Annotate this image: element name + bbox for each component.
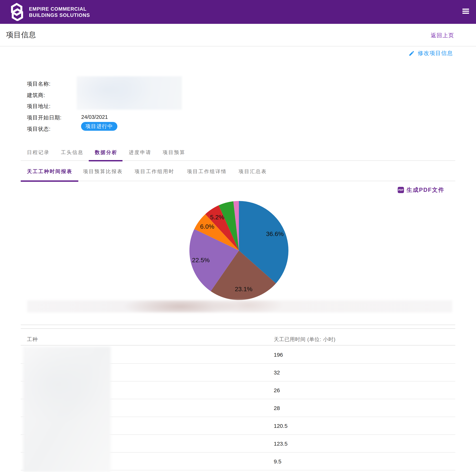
hours-cell: 120.5 — [274, 423, 288, 429]
tab-data-analysis[interactable]: 数据分析 — [95, 149, 118, 156]
hours-cell: 9.5 — [274, 458, 281, 465]
sub-tab-bar: 天工工种时间报表 项目预算比报表 项目工作组用时 项目工作组详情 项目汇总表 — [0, 161, 476, 182]
start-date-value: 24/03/2021 — [81, 114, 108, 120]
hours-cell: 32 — [274, 370, 280, 376]
hours-cell: 196 — [274, 352, 283, 358]
generate-pdf-button[interactable]: PDF 生成PDF文件 — [398, 186, 444, 194]
generate-pdf-label: 生成PDF文件 — [407, 186, 444, 194]
back-link[interactable]: 返回上页 — [431, 32, 454, 39]
pdf-file-icon: PDF — [398, 187, 404, 193]
subtab-project-summary[interactable]: 项目汇总表 — [238, 168, 267, 175]
hours-cell: 28 — [274, 405, 280, 411]
pie-percentage-label: 22.5% — [192, 256, 210, 264]
edit-project-link[interactable]: 修改项目信息 — [408, 50, 453, 57]
column-header-trade: 工种 — [27, 336, 38, 343]
subtab-workgroup-details[interactable]: 项目工作组详情 — [187, 168, 227, 175]
project-details: 项目名称: 建筑商: 项目地址: 项目开始日期: 项目状态: 24/03/202… — [0, 77, 476, 137]
pie-percentage-label: 5.2% — [210, 214, 224, 220]
subtab-budget-ratio-report[interactable]: 项目预算比报表 — [83, 168, 123, 175]
edit-project-label: 修改项目信息 — [418, 50, 453, 57]
label-project-name: 项目名称: — [27, 80, 51, 88]
divider-line — [21, 328, 455, 329]
page-title-bar: 项目信息 返回上页 — [0, 24, 476, 46]
subtab-divider — [21, 181, 455, 181]
divider-line — [21, 325, 455, 325]
main-tab-bar: 日程记录 工头信息 数据分析 进度申请 项目预算 — [0, 146, 476, 161]
pencil-icon — [408, 50, 415, 56]
label-builder: 建筑商: — [27, 92, 45, 99]
subtab-daily-trade-hours-report[interactable]: 天工工种时间报表 — [27, 168, 72, 175]
column-header-hours: 天工已用时间 (单位: 小时) — [274, 336, 336, 343]
pie-percentage-label: 6.0% — [200, 223, 214, 230]
redacted-trade-names-column — [23, 347, 111, 472]
app-header: EMPIRE COMMERCIAL BUILDINGS SOLUTIONS — [0, 0, 476, 24]
tab-foreman-info[interactable]: 工头信息 — [61, 149, 84, 156]
table-header-divider — [21, 345, 455, 345]
label-address: 项目地址: — [27, 103, 51, 110]
label-status: 项目状态: — [27, 125, 51, 133]
tab-progress-claim[interactable]: 进度申请 — [129, 149, 152, 156]
brand-name: EMPIRE COMMERCIAL BUILDINGS SOLUTIONS — [29, 6, 90, 18]
hours-cell: 123.5 — [274, 441, 288, 447]
tab-schedule-log[interactable]: 日程记录 — [27, 149, 50, 156]
active-subtab-underline — [21, 180, 78, 182]
redacted-project-values — [77, 76, 182, 110]
table-header-row: 工种 天工已用时间 (单位: 小时) — [0, 333, 476, 345]
brand-logo-icon — [8, 3, 26, 21]
page-root: EMPIRE COMMERCIAL BUILDINGS SOLUTIONS 项目… — [0, 0, 476, 472]
hours-cell: 26 — [274, 387, 280, 393]
label-start-date: 项目开始日期: — [27, 114, 62, 121]
redacted-chart-legend — [27, 300, 452, 312]
page-title: 项目信息 — [6, 30, 36, 40]
tab-project-budget[interactable]: 项目预算 — [163, 149, 185, 156]
pie-percentage-label: 36.6% — [266, 230, 284, 237]
subtab-workgroup-hours[interactable]: 项目工作组用时 — [135, 168, 174, 175]
menu-icon[interactable] — [462, 9, 469, 15]
trade-hours-pie-chart: 36.6%23.1%22.5%6.0%5.2% — [175, 192, 303, 309]
pie-percentage-label: 23.1% — [235, 286, 252, 292]
status-badge[interactable]: 项目进行中 — [81, 122, 117, 131]
